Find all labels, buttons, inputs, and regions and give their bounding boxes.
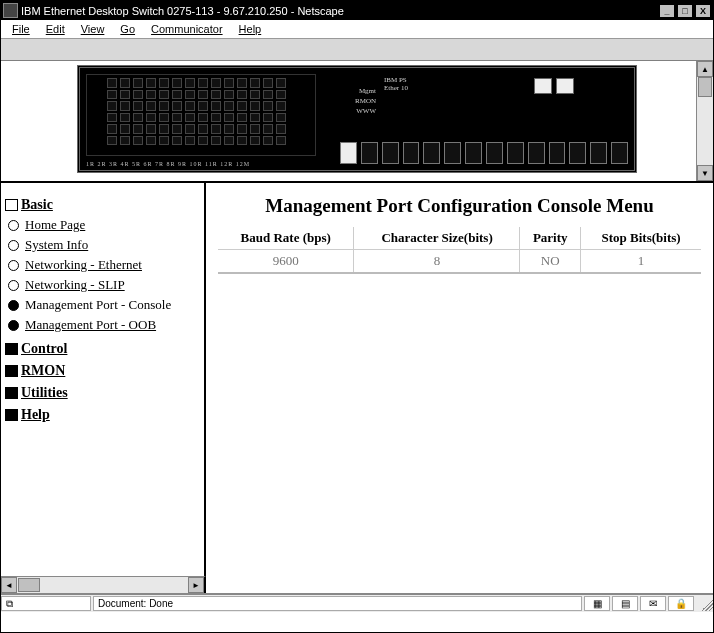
toolbar — [1, 39, 713, 61]
table-header-row: Baud Rate (bps) Character Size(bits) Par… — [218, 227, 701, 250]
uplink-port-1[interactable] — [534, 78, 552, 94]
sidebar-item-system-info[interactable]: System Info — [8, 235, 200, 255]
scroll-thumb[interactable] — [18, 578, 40, 592]
tray-icon-3[interactable]: ✉ — [640, 596, 666, 611]
sidebar-item-mgmt-port-console[interactable]: Management Port - Console — [8, 295, 200, 315]
val-parity: NO — [521, 250, 580, 273]
led-panel — [86, 74, 316, 156]
device-mgmt-label: IBM PSEther 10 — [384, 76, 444, 92]
device-status-labels: Mgmt RMON WWW — [324, 86, 376, 116]
folder-icon — [5, 387, 18, 399]
main-area: Basic Home Page System Info Networking -… — [1, 183, 713, 594]
banner-scrollbar[interactable]: ▲ ▼ — [696, 61, 713, 181]
tray-lock-icon[interactable]: 🔒 — [668, 596, 694, 611]
switch-device-graphic[interactable]: 1R 2R 3R 4R 5R 6R 7R 8R 9R 10R 11R 12R 1… — [77, 65, 637, 173]
scroll-right-icon[interactable]: ► — [188, 577, 204, 593]
port-1[interactable] — [361, 142, 378, 164]
sidebar-group-help[interactable]: Help — [5, 407, 200, 423]
table-row: 9600 8 NO 1 — [218, 250, 701, 273]
divider — [218, 272, 701, 274]
menu-view[interactable]: View — [74, 21, 112, 37]
port-2[interactable] — [382, 142, 399, 164]
sidebar-group-rmon[interactable]: RMON — [5, 363, 200, 379]
menu-edit[interactable]: Edit — [39, 21, 72, 37]
netscape-status-icon: ⧉ — [6, 598, 13, 610]
sidebar-group-basic[interactable]: Basic — [5, 197, 200, 213]
scroll-left-icon[interactable]: ◄ — [1, 577, 17, 593]
val-char-size: 8 — [355, 250, 520, 273]
scroll-track[interactable] — [17, 577, 188, 593]
device-banner: 1R 2R 3R 4R 5R 6R 7R 8R 9R 10R 11R 12R 1… — [1, 61, 713, 183]
resize-grip-icon[interactable] — [698, 596, 713, 611]
status-text: Document: Done — [98, 598, 173, 609]
sidebar-list-basic: Home Page System Info Networking - Ether… — [8, 215, 200, 335]
config-table: Baud Rate (bps) Character Size(bits) Par… — [218, 227, 701, 272]
sidebar-item-home-page[interactable]: Home Page — [8, 215, 200, 235]
sidebar-group-utilities[interactable]: Utilities — [5, 385, 200, 401]
bullet-icon — [8, 300, 19, 311]
sidebar-group-label: Control — [21, 341, 67, 357]
sidebar-group-label: Help — [21, 407, 50, 423]
menu-bar: File Edit View Go Communicator Help — [1, 20, 713, 39]
folder-icon — [5, 409, 18, 421]
sidebar-item-label: System Info — [25, 237, 88, 253]
port-3[interactable] — [403, 142, 420, 164]
folder-icon — [5, 365, 18, 377]
bullet-icon — [8, 280, 19, 291]
led-bottom-labels: 1R 2R 3R 4R 5R 6R 7R 8R 9R 10R 11R 12R 1… — [86, 161, 250, 167]
port-9[interactable] — [528, 142, 545, 164]
scroll-thumb[interactable] — [698, 77, 712, 97]
menu-file[interactable]: File — [5, 21, 37, 37]
menu-help[interactable]: Help — [232, 21, 269, 37]
port-7[interactable] — [486, 142, 503, 164]
val-baud-rate: 9600 — [218, 250, 354, 273]
bullet-icon — [8, 260, 19, 271]
menu-communicator[interactable]: Communicator — [144, 21, 230, 37]
status-tray: ▦ ▤ ✉ 🔒 — [584, 596, 696, 611]
port-10[interactable] — [549, 142, 566, 164]
port-4[interactable] — [423, 142, 440, 164]
app-icon — [3, 3, 18, 18]
sidebar-item-networking-slip[interactable]: Networking - SLIP — [8, 275, 200, 295]
port-12[interactable] — [611, 142, 628, 164]
col-stop-bits: Stop Bits(bits) — [581, 227, 701, 250]
port-6[interactable] — [465, 142, 482, 164]
uplink-ports[interactable] — [534, 78, 574, 94]
folder-icon — [5, 199, 18, 211]
minimize-button[interactable]: _ — [659, 4, 675, 18]
folder-icon — [5, 343, 18, 355]
scroll-down-icon[interactable]: ▼ — [697, 165, 713, 181]
sidebar-item-label: Management Port - Console — [25, 297, 171, 313]
port-5[interactable] — [444, 142, 461, 164]
uplink-port-2[interactable] — [556, 78, 574, 94]
port-11[interactable] — [569, 142, 586, 164]
scroll-up-icon[interactable]: ▲ — [697, 61, 713, 77]
sidebar-group-label: Basic — [21, 197, 53, 213]
sidebar-item-label: Networking - Ethernet — [25, 257, 142, 273]
port-8[interactable] — [507, 142, 524, 164]
status-cell-left: ⧉ — [1, 596, 91, 611]
sidebar: Basic Home Page System Info Networking -… — [1, 183, 206, 593]
sidebar-h-scrollbar[interactable]: ◄ ► — [1, 576, 206, 593]
switch-ports[interactable] — [340, 142, 628, 164]
close-button[interactable]: X — [695, 4, 711, 18]
status-bar: ⧉ Document: Done ▦ ▤ ✉ 🔒 — [1, 594, 713, 612]
port-mdi[interactable] — [340, 142, 357, 164]
scroll-track[interactable] — [697, 77, 713, 165]
sidebar-item-label: Home Page — [25, 217, 85, 233]
col-char-size: Character Size(bits) — [355, 227, 520, 250]
sidebar-item-label: Networking - SLIP — [25, 277, 125, 293]
tray-icon-1[interactable]: ▦ — [584, 596, 610, 611]
maximize-button[interactable]: □ — [677, 4, 693, 18]
tray-icon-2[interactable]: ▤ — [612, 596, 638, 611]
sidebar-group-label: Utilities — [21, 385, 68, 401]
port-12mdi[interactable] — [590, 142, 607, 164]
sidebar-item-networking-ethernet[interactable]: Networking - Ethernet — [8, 255, 200, 275]
bullet-icon — [8, 220, 19, 231]
status-document: Document: Done — [93, 596, 582, 611]
sidebar-item-label: Management Port - OOB — [25, 317, 156, 333]
sidebar-group-control[interactable]: Control — [5, 341, 200, 357]
val-stop-bits: 1 — [581, 250, 701, 273]
menu-go[interactable]: Go — [113, 21, 142, 37]
sidebar-item-mgmt-port-oob[interactable]: Management Port - OOB — [8, 315, 200, 335]
